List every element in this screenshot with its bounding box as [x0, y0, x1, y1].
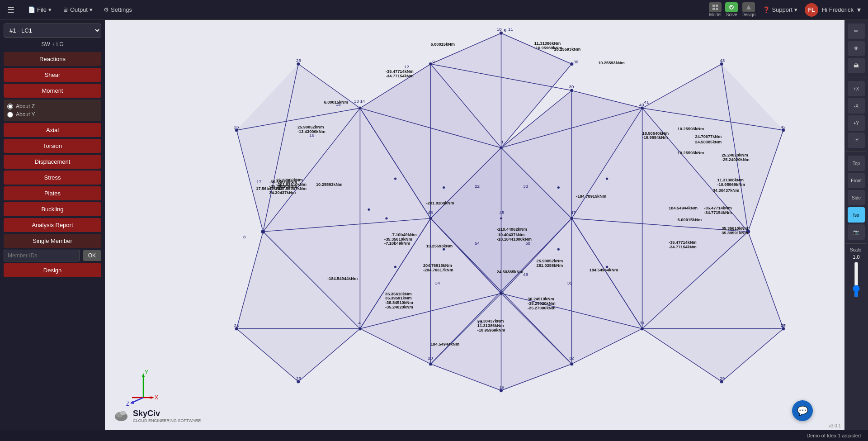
shear-button[interactable]: Shear [4, 68, 101, 82]
moment-button[interactable]: Moment [4, 84, 101, 98]
svg-marker-228 [151, 396, 154, 399]
design-button[interactable]: Design [4, 263, 101, 277]
avatar: FL [805, 3, 818, 17]
svg-text:40: 40 [639, 102, 644, 107]
svg-rect-3 [716, 8, 718, 10]
svg-text:27: 27 [781, 323, 786, 328]
svg-text:-34.77154kNm: -34.77154kNm [704, 210, 732, 215]
svg-text:-35.47714kNm: -35.47714kNm [704, 206, 732, 210]
output-menu[interactable]: 🖥 Output ▾ [58, 5, 97, 15]
scale-value: 1.0 [853, 254, 859, 260]
model-label: Model [709, 12, 722, 17]
reactions-button[interactable]: Reactions [4, 52, 101, 66]
displacement-button[interactable]: Displacement [4, 155, 101, 169]
svg-text:-18.10441000kNm: -18.10441000kNm [497, 237, 532, 242]
about-y-radio[interactable] [7, 112, 13, 118]
design-mode-button[interactable] [742, 2, 755, 12]
about-y-label: About Y [16, 111, 35, 118]
svg-point-115 [557, 186, 560, 189]
svg-text:11.31386kNm: 11.31386kNm [534, 41, 561, 46]
design-mode-group: Design [741, 2, 755, 17]
svg-text:-35.35610kNm: -35.35610kNm [384, 237, 412, 242]
front-view-button[interactable]: Front [848, 173, 865, 188]
file-menu[interactable]: 📄 File ▾ [24, 5, 56, 15]
skyciv-logo: SkyCiv CLOUD ENGINEERING SOFTWARE [112, 407, 201, 425]
svg-text:-7.10b49kNm: -7.10b49kNm [384, 241, 410, 246]
svg-text:50: 50 [525, 241, 530, 246]
member-id-input[interactable] [4, 250, 80, 261]
svg-point-116 [557, 248, 560, 251]
torsion-button[interactable]: Torsion [4, 139, 101, 153]
moment-axis-group: About Z About Y [4, 100, 101, 121]
minus-y-button[interactable]: -Y [848, 133, 865, 148]
about-z-label: About Z [16, 103, 35, 109]
plus-y-button[interactable]: +Y [848, 115, 865, 131]
scale-slider-container [852, 261, 861, 298]
top-view-button[interactable]: Top [848, 156, 865, 171]
plus-x-button[interactable]: +X [848, 81, 865, 96]
edit-button[interactable]: ✏ [848, 24, 865, 39]
structural-diagram: 5 9 36 10 11 12 14 15 16 17 8 13 1 48 47… [105, 20, 844, 430]
about-z-radio[interactable] [7, 104, 13, 109]
svg-text:23: 23 [296, 376, 301, 381]
svg-point-111 [385, 217, 388, 220]
image-button[interactable]: 🏔 [848, 58, 865, 73]
svg-point-82 [429, 62, 433, 66]
ok-button[interactable]: OK [83, 250, 101, 261]
svg-point-81 [500, 31, 503, 35]
svg-point-84 [359, 106, 362, 110]
camera-button[interactable]: 📷 [848, 224, 865, 240]
svg-text:33: 33 [523, 184, 528, 189]
svg-text:25.22000kNm: 25.22000kNm [276, 178, 303, 182]
solve-mode-button[interactable] [725, 2, 738, 12]
right-toolbar: ✏ 👁 🏔 +X -X +Y -Y Top Front Side Iso 📷 S… [844, 20, 868, 430]
support-menu[interactable]: ❓ Support ▾ [763, 6, 797, 13]
demo-text: Demo of Idea 1 adjusted [807, 433, 861, 438]
sidebar: #1 - LC1 SW + LG Reactions Shear Moment … [0, 20, 105, 430]
svg-text:11: 11 [508, 27, 513, 32]
svg-text:-35.47714kNm: -35.47714kNm [669, 240, 697, 245]
svg-point-92 [359, 327, 362, 331]
svg-point-95 [429, 362, 433, 366]
chat-button[interactable]: 💬 [792, 400, 813, 421]
hamburger-menu[interactable]: ☰ [7, 5, 14, 15]
member-id-row: OK [4, 250, 101, 261]
svg-text:10.25593kNm: 10.25593kNm [678, 151, 704, 155]
svg-point-108 [394, 266, 397, 268]
svg-text:-10.95969kNm: -10.95969kNm [534, 46, 562, 50]
single-member-button[interactable]: Single Member [4, 234, 101, 248]
stress-button[interactable]: Stress [4, 171, 101, 185]
svg-text:-184.54944kNm: -184.54944kNm [327, 276, 358, 281]
svg-text:20: 20 [428, 356, 433, 360]
buckling-button[interactable]: Buckling [4, 202, 101, 216]
svg-text:45: 45 [500, 289, 505, 294]
axial-button[interactable]: Axial [4, 123, 101, 137]
iso-view-button[interactable]: Iso [848, 207, 865, 223]
svg-text:47: 47 [571, 210, 576, 215]
svg-point-112 [368, 208, 370, 211]
about-y-row: About Y [7, 110, 98, 119]
svg-text:-25.24020kNm: -25.24020kNm [722, 157, 750, 162]
svg-text:48: 48 [428, 210, 433, 215]
view-button[interactable]: 👁 [848, 41, 865, 56]
settings-menu[interactable]: ⚙ Settings [99, 5, 137, 15]
minus-x-button[interactable]: -X [848, 98, 865, 114]
user-menu[interactable]: FL Hi Frederick ▾ [805, 3, 861, 17]
mode-selector: Model Solve Design [709, 2, 755, 17]
svg-text:204.76915kNm: 204.76915kNm [423, 263, 452, 268]
load-case-select[interactable]: #1 - LC1 [4, 24, 101, 38]
plates-button[interactable]: Plates [4, 186, 101, 200]
analysis-report-button[interactable]: Analysis Report [4, 218, 101, 232]
svg-text:5: 5 [504, 28, 506, 33]
canvas-area[interactable]: 5 9 36 10 11 12 14 15 16 17 8 13 1 48 47… [105, 20, 844, 430]
svg-text:6.00015kNm: 6.00015kNm [678, 218, 702, 222]
svg-text:19: 19 [500, 384, 505, 389]
svg-text:13: 13 [354, 99, 359, 104]
side-view-button[interactable]: Side [848, 190, 865, 205]
svg-point-235 [120, 411, 126, 415]
svg-text:24.70677kNm: 24.70677kNm [695, 134, 722, 139]
svg-text:10.25593kNm: 10.25593kNm [678, 127, 704, 131]
scale-slider[interactable] [852, 261, 861, 298]
model-mode-button[interactable] [709, 2, 722, 12]
svg-text:35.39591kNm: 35.39591kNm [385, 296, 412, 300]
